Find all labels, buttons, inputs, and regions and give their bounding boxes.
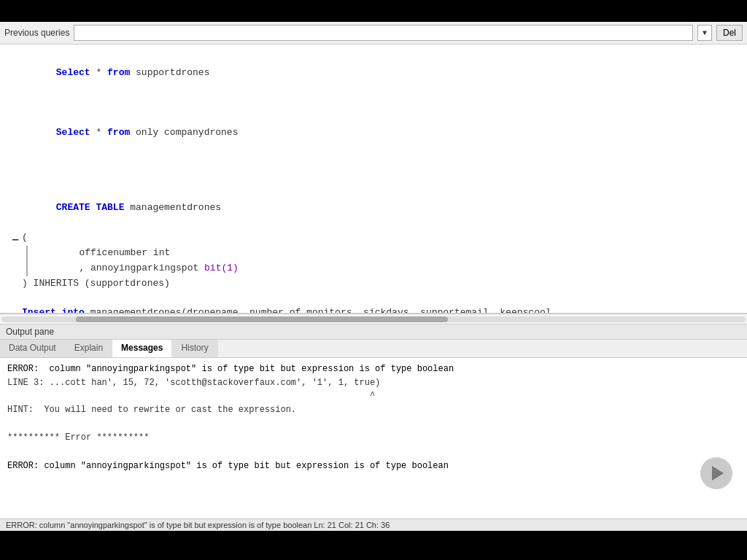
- toolbar: Previous queries ▼ Del: [0, 22, 747, 44]
- tab-history[interactable]: History: [172, 340, 217, 357]
- code-line-2: Select * from only companydrones: [9, 110, 738, 155]
- collapse-block: ⎯ ( officenumber int , annoyingparkingsp…: [9, 230, 738, 291]
- empty-line-3: [9, 171, 738, 185]
- play-button[interactable]: [700, 457, 732, 489]
- msg-line-1: ERROR: column "annoyingparkingspot" is o…: [7, 362, 740, 376]
- top-bar: [0, 0, 747, 22]
- collapse-gutter[interactable]: ⎯: [9, 230, 22, 241]
- output-pane-header: Output pane: [0, 324, 747, 340]
- previous-queries-label: Previous queries: [4, 28, 69, 38]
- msg-line-2: LINE 3: ...cott han', 15, 72, 'scotth@st…: [7, 376, 740, 390]
- msg-empty-2: [7, 445, 740, 459]
- dropdown-arrow[interactable]: ▼: [697, 25, 712, 41]
- inherits-line: ) INHERITS (supportdrones): [22, 276, 738, 292]
- h-scrollbar[interactable]: [0, 314, 747, 324]
- msg-line-3: ^: [7, 389, 740, 403]
- code-content-1: Select * from supportdrones: [22, 50, 738, 96]
- field-line-2: , annoyingparkingspot bit(1): [34, 261, 239, 276]
- code-content-3: CREATE TABLE managementdrones: [22, 185, 738, 230]
- empty-line-4: [9, 291, 738, 306]
- tab-messages[interactable]: Messages: [112, 340, 172, 357]
- indented-lines: officenumber int , annoyingparkingspot b…: [34, 246, 239, 276]
- tabs-bar: Data Output Explain Messages History: [0, 340, 747, 358]
- field-line-1: officenumber int: [34, 246, 239, 261]
- block-content: ( officenumber int , annoyingparkingspot…: [22, 230, 738, 291]
- tab-explain[interactable]: Explain: [66, 340, 112, 357]
- output-content[interactable]: ERROR: column "annoyingparkingspot" is o…: [0, 358, 747, 518]
- msg-empty-1: [7, 416, 740, 431]
- empty-line-1: [9, 96, 738, 110]
- code-line-3: CREATE TABLE managementdrones: [9, 185, 738, 230]
- msg-line-6: ERROR: column "annoyingparkingspot" is o…: [7, 459, 740, 473]
- code-content-2: Select * from only companydrones: [22, 110, 738, 155]
- code-line-1: Select * from supportdrones: [9, 50, 738, 96]
- insert-collapse-gutter[interactable]: ⎯: [9, 306, 22, 314]
- previous-queries-input[interactable]: [74, 25, 693, 41]
- delete-button[interactable]: Del: [716, 25, 743, 41]
- status-bar: ERROR: column "annoyingparkingspot" is o…: [0, 518, 747, 531]
- msg-line-5: ********** Error **********: [7, 431, 740, 445]
- empty-line-2: [9, 156, 738, 171]
- insert-block: ⎯ Insert into managementdrones(dronename…: [9, 306, 738, 314]
- scrollbar-track: [1, 316, 746, 322]
- play-icon: [712, 466, 724, 481]
- insert-content: Insert into managementdrones(dronename, …: [22, 306, 738, 314]
- tab-data-output[interactable]: Data Output: [0, 340, 66, 357]
- scrollbar-thumb[interactable]: [76, 316, 448, 322]
- msg-line-4: HINT: You will need to rewrite or cast t…: [7, 403, 740, 417]
- editor-area[interactable]: Select * from supportdrones Select * fro…: [0, 44, 747, 314]
- open-paren-line: (: [22, 230, 738, 246]
- vertical-bar: [26, 246, 28, 276]
- insert-line-1: Insert into managementdrones(dronename, …: [22, 306, 738, 314]
- indented-block: officenumber int , annoyingparkingspot b…: [22, 246, 738, 276]
